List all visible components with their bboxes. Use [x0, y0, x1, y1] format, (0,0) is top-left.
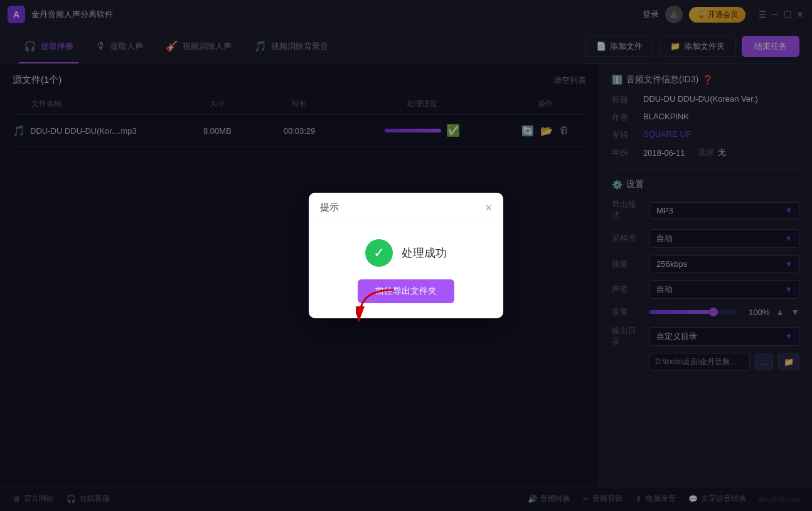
refresh-icon[interactable]: 🔄: [521, 125, 534, 137]
genre-value: 无: [718, 147, 726, 158]
nav-actions: 📄 添加文件 📁 添加文件夹 结束任务: [585, 36, 799, 57]
file-name-cell: 🎵 DDU-DU DDU-DU(Kor....mp3: [13, 125, 176, 137]
settings-icon: ⚙️: [612, 180, 622, 190]
minimize-button[interactable]: ─: [771, 10, 779, 19]
avatar: [665, 6, 683, 23]
channel-row: 声道 自动 ▼: [612, 280, 799, 299]
video-remove-bgm-icon: 🎵: [254, 40, 267, 52]
album-label: 专辑: [612, 129, 637, 141]
audio-clip-icon: ✂: [583, 495, 589, 503]
app-logo: A: [8, 6, 25, 23]
bottom-bar: 🖥 官方网站 🎧 在线客服 🔊 音频转换 ✂ 音频剪辑 🎙 电脑录音 💬 文字语…: [0, 486, 812, 511]
close-button[interactable]: ✕: [796, 10, 804, 19]
volume-slider[interactable]: [649, 310, 738, 314]
volume-down-arrow[interactable]: ▼: [791, 307, 799, 317]
title-bar-right: 登录 🔓 开通会员 ☰ ─ ☐ ✕: [643, 6, 804, 23]
support-link[interactable]: 🎧 在线客服: [67, 493, 110, 504]
dialog-close-button[interactable]: ×: [485, 202, 492, 213]
sample-select[interactable]: 自动 ▼: [649, 229, 799, 248]
file-table: 文件名称 大小 时长 处理进度 操作 🎵 DDU-DU DDU-DU(Kor..…: [13, 94, 586, 147]
done-check-icon: ✅: [446, 124, 460, 137]
col-progress: 处理进度: [340, 99, 504, 109]
record-tool[interactable]: 🎙 电脑录音: [635, 493, 676, 504]
output-path-row: D:\tools\桌面\金丹音频人声分离€ ... 📁: [612, 353, 799, 371]
tab-video-remove-vocal[interactable]: 🎸 视频消除人声: [154, 29, 243, 63]
quality-label: 质量: [612, 259, 643, 270]
add-file-icon: 📄: [596, 41, 606, 51]
info-icon: ℹ️: [612, 75, 622, 85]
format-select-arrow: ▼: [785, 206, 793, 215]
success-row: ✓ 处理成功: [365, 239, 447, 267]
quality-select-arrow: ▼: [785, 260, 793, 269]
divider1: [612, 168, 799, 169]
audio-clip-tool[interactable]: ✂ 音频剪辑: [583, 493, 622, 504]
output-path-input[interactable]: D:\tools\桌面\金丹音频人声分离€: [649, 353, 750, 371]
author-value: BLACKPINK: [643, 112, 799, 121]
sample-label: 采样率: [612, 233, 643, 244]
success-text: 处理成功: [402, 245, 447, 261]
right-panel: ℹ️ 音频文件信息(ID3) ❓ 标题 DDU-DU DDU-DU(Korean…: [599, 64, 812, 486]
author-label: 作者: [612, 112, 637, 123]
genre-label: 流派: [698, 147, 714, 158]
file-duration: 00:03:29: [259, 126, 341, 136]
col-action: 操作: [504, 99, 586, 109]
menu-icon[interactable]: ☰: [758, 10, 767, 19]
add-file-button[interactable]: 📄 添加文件: [585, 36, 653, 57]
login-button[interactable]: 登录: [643, 9, 659, 20]
info-album-row: 专辑 SQUARE UP: [612, 129, 799, 141]
quality-select[interactable]: 256kbps ▼: [649, 255, 799, 272]
volume-up-arrow[interactable]: ▲: [776, 307, 784, 317]
format-select[interactable]: MP3 ▼: [649, 202, 799, 219]
support-icon: 🎧: [67, 495, 76, 503]
clear-list-button[interactable]: 清空列表: [553, 75, 586, 86]
title-bar: A 金丹音频人声分离软件 登录 🔓 开通会员 ☰ ─ ☐ ✕: [0, 0, 812, 29]
add-folder-icon: 📁: [670, 41, 680, 51]
sample-select-arrow: ▼: [785, 234, 793, 243]
info-title-row: 标题 DDU-DU DDU-DU(Korean Ver.): [612, 94, 799, 105]
end-task-button[interactable]: 结束任务: [742, 36, 799, 57]
year-label: 年份: [612, 147, 637, 158]
audio-convert-tool[interactable]: 🔊 音频转换: [528, 493, 570, 504]
window-controls: ☰ ─ ☐ ✕: [758, 10, 804, 19]
info-author-row: 作者 BLACKPINK: [612, 112, 799, 123]
help-icon[interactable]: ❓: [702, 75, 713, 85]
volume-value: 100%: [744, 308, 769, 317]
title-value: DDU-DU DDU-DU(Korean Ver.): [643, 94, 799, 104]
tts-icon: 💬: [688, 495, 698, 503]
info-section-title: ℹ️ 音频文件信息(ID3) ❓: [612, 74, 799, 85]
maximize-button[interactable]: ☐: [783, 10, 792, 19]
path-ellipsis-button[interactable]: ...: [755, 353, 773, 370]
volume-thumb: [709, 308, 718, 316]
tts-tool[interactable]: 💬 文字语音转换: [688, 493, 746, 504]
goto-export-button[interactable]: 前往导出文件夹: [358, 279, 454, 303]
delete-icon[interactable]: 🗑: [559, 125, 569, 136]
tab-video-remove-bgm[interactable]: 🎵 视频消除背景音: [243, 29, 339, 63]
watermark: danji100.com: [759, 495, 799, 503]
add-folder-button[interactable]: 📁 添加文件夹: [660, 36, 735, 57]
output-dir-select-arrow: ▼: [785, 332, 793, 341]
volume-label: 音量: [612, 306, 643, 318]
col-filename: 文件名称: [13, 99, 176, 109]
extract-vocal-icon: 🎙: [96, 41, 106, 52]
volume-row: 音量 100% ▲ ▼: [612, 306, 799, 318]
year-genre-row: 2018-06-11 流派 无: [643, 147, 726, 158]
path-folder-button[interactable]: 📁: [778, 353, 799, 370]
genre-part: 流派 无: [698, 147, 726, 158]
output-dir-select[interactable]: 自定义目录 ▼: [649, 327, 799, 346]
title-label: 标题: [612, 94, 637, 105]
info-year-row: 年份 2018-06-11 流派 无: [612, 147, 799, 158]
source-title: 源文件(1个): [13, 74, 61, 86]
tab-extract-bgm[interactable]: 🎧 提取伴奏: [13, 29, 85, 63]
website-link[interactable]: 🖥 官方网站: [13, 493, 54, 504]
left-panel: 源文件(1个) 清空列表 文件名称 大小 时长 处理进度 操作 🎵 DDU-DU…: [0, 64, 599, 486]
channel-select[interactable]: 自动 ▼: [649, 280, 799, 299]
tab-extract-vocal[interactable]: 🎙 提取人声: [85, 29, 154, 63]
action-cell: 🔄 📂 🗑: [504, 125, 586, 137]
table-row: 🎵 DDU-DU DDU-DU(Kor....mp3 8.00MB 00:03:…: [13, 115, 586, 147]
bottom-tools: 🔊 音频转换 ✂ 音频剪辑 🎙 电脑录音 💬 文字语音转换: [528, 493, 746, 504]
record-icon: 🎙: [635, 495, 643, 503]
folder-open-icon[interactable]: 📂: [540, 125, 553, 137]
vip-button[interactable]: 🔓 开通会员: [689, 7, 745, 23]
album-value: SQUARE UP: [643, 129, 799, 139]
progress-cell: ✅: [340, 124, 504, 137]
